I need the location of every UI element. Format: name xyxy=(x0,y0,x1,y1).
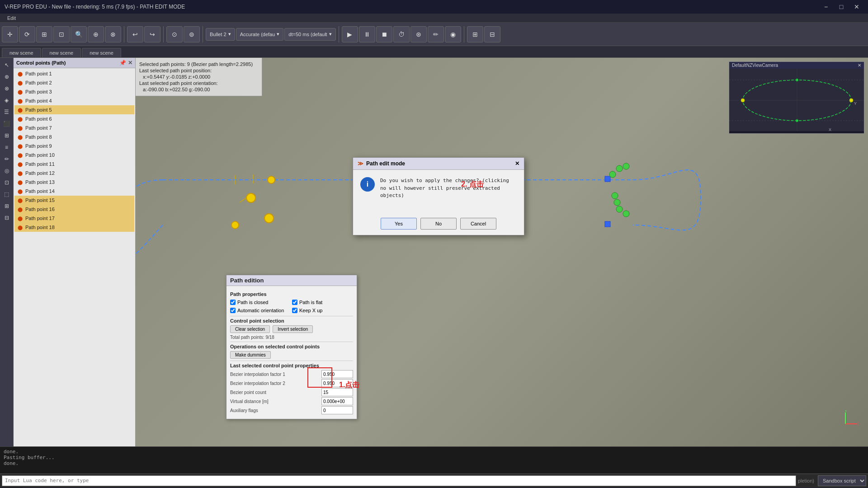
play-button[interactable]: ▶ xyxy=(342,26,358,42)
svg-point-11 xyxy=(616,206,623,212)
dialog-no-button[interactable]: No xyxy=(420,218,457,230)
toolbar-cam-button[interactable]: ⊗ xyxy=(105,26,121,42)
lt-btn2[interactable]: ⊕ xyxy=(1,71,12,82)
lt-btn6[interactable]: ⬛ xyxy=(1,118,12,129)
toolbar-nav-button[interactable]: ⊕ xyxy=(88,26,104,42)
dialog-cancel-button[interactable]: Cancel xyxy=(460,218,496,230)
sim-mode-dropdown[interactable]: Accurate (defau ▾ xyxy=(236,28,284,41)
close-button[interactable]: ✕ xyxy=(850,2,863,12)
svg-line-16 xyxy=(240,198,246,202)
tree-item-5[interactable]: ⬤Path point 5 xyxy=(14,105,134,114)
svg-point-23 xyxy=(741,99,745,102)
tree-item-11[interactable]: ⬤Path point 11 xyxy=(14,160,134,169)
tree-item-9[interactable]: ⬤Path point 9 xyxy=(14,141,134,150)
tree-item-1[interactable]: ⬤Path point 1 xyxy=(14,69,134,78)
tree-item-3[interactable]: ⬤Path point 3 xyxy=(14,87,134,96)
virtual-dist-row: Virtual distance [m] xyxy=(230,397,353,405)
tb-btn11[interactable]: ⊟ xyxy=(484,26,500,42)
tab-1[interactable]: new scene xyxy=(42,48,81,57)
operations-btn-row: Make dummies xyxy=(230,351,353,359)
toolbar-rotate-button[interactable]: ⟳ xyxy=(19,26,35,42)
menu-edit[interactable]: Edit xyxy=(4,15,19,21)
toolbar-move-button[interactable]: ✛ xyxy=(2,26,18,42)
svg-point-26 xyxy=(796,119,798,122)
titlebar: V-REP PRO EDU - New file - rendering: 5 … xyxy=(0,0,868,14)
stop-button[interactable]: ⏹ xyxy=(376,26,392,42)
tree-item-6[interactable]: ⬤Path point 6 xyxy=(14,114,134,123)
lt-btn12[interactable]: ⬚ xyxy=(1,189,12,200)
checkbox-keepx[interactable] xyxy=(292,308,297,313)
toolbar-redo-button[interactable]: ↪ xyxy=(144,26,160,42)
panel-pin-button[interactable]: 📌 xyxy=(119,60,126,66)
lt-btn14[interactable]: ⊟ xyxy=(1,212,12,223)
lt-btn8[interactable]: ≡ xyxy=(1,142,12,153)
toolbar-zoom-button[interactable]: 🔍 xyxy=(71,26,87,42)
lt-btn3[interactable]: ⊗ xyxy=(1,83,12,94)
tree-item-14[interactable]: ⬤Path point 14 xyxy=(14,187,134,196)
toolbar-copy-button[interactable]: ⊙ xyxy=(166,26,183,42)
lua-completion-hint: pletion) xyxy=(798,478,814,483)
checkbox-closed-label: Path is closed xyxy=(237,300,268,305)
tab-2[interactable]: new scene xyxy=(82,48,121,57)
lt-btn4[interactable]: ◈ xyxy=(1,95,12,106)
tb-btn10[interactable]: ⊞ xyxy=(467,26,483,42)
lua-script-dropdown[interactable]: Sandbox script xyxy=(818,475,866,486)
maximize-button[interactable]: □ xyxy=(835,2,848,12)
tree-item-18[interactable]: ⬤Path point 18 xyxy=(14,223,134,232)
status-bar: done. Pasting buffer... done. xyxy=(0,446,868,474)
checkbox-flat[interactable] xyxy=(292,300,297,305)
tree-item-13[interactable]: ⬤Path point 13 xyxy=(14,178,134,187)
viewport[interactable]: Selected path points: 9 (Bezier path len… xyxy=(136,58,868,446)
tree-item-16[interactable]: ⬤Path point 16 xyxy=(14,205,134,214)
dialog-yes-button[interactable]: Yes xyxy=(381,218,417,230)
make-dummies-button[interactable]: Make dummies xyxy=(230,351,271,359)
physics-engine-dropdown[interactable]: Bullet 2 ▾ xyxy=(206,28,235,41)
mini-camera-close[interactable]: ✕ xyxy=(858,63,861,68)
bezier1-input[interactable] xyxy=(321,370,353,378)
lt-btn11[interactable]: ⊡ xyxy=(1,177,12,188)
divider3 xyxy=(230,361,353,361)
tree-item-12[interactable]: ⬤Path point 12 xyxy=(14,169,134,178)
tree-item-17[interactable]: ⬤Path point 17 xyxy=(14,214,134,223)
tab-0[interactable]: new scene xyxy=(2,48,41,57)
dialog-content: i Do you wish to apply the changes? (cli… xyxy=(353,170,524,214)
aux-flags-input[interactable] xyxy=(321,406,353,414)
tree-item-8[interactable]: ⬤Path point 8 xyxy=(14,132,134,141)
rec-button[interactable]: ⊛ xyxy=(410,26,427,42)
realtime-button[interactable]: ⏱ xyxy=(393,26,410,42)
minimize-button[interactable]: − xyxy=(819,2,833,12)
virtual-dist-input[interactable] xyxy=(321,397,353,405)
lt-btn1[interactable]: ↖ xyxy=(1,60,12,70)
checkbox-auto[interactable] xyxy=(230,308,236,313)
lt-btn7[interactable]: ⊞ xyxy=(1,130,12,141)
toolbar-paste-button[interactable]: ⊚ xyxy=(184,26,200,42)
dt-dropdown[interactable]: dt=50 ms (default ▾ xyxy=(284,28,335,41)
lt-btn10[interactable]: ◎ xyxy=(1,165,12,176)
toolbar-scale-button[interactable]: ⊞ xyxy=(36,26,52,42)
mini-camera-name: DefaultNZViewCamera xyxy=(732,63,778,68)
toolbar-select-button[interactable]: ⊡ xyxy=(53,26,70,42)
tree-item-7[interactable]: ⬤Path point 7 xyxy=(14,123,134,132)
tb-btn8[interactable]: ✏ xyxy=(428,26,444,42)
dialog-close-button[interactable]: ✕ xyxy=(515,160,519,167)
checkbox-closed[interactable] xyxy=(230,300,236,305)
toolbar-sep1 xyxy=(124,26,124,42)
tree-item-15[interactable]: ⬤Path point 15 xyxy=(14,196,134,205)
toolbar-undo-button[interactable]: ↩ xyxy=(127,26,143,42)
pause-button[interactable]: ⏸ xyxy=(359,26,375,42)
lua-input[interactable] xyxy=(2,475,796,486)
tb-btn9[interactable]: ◉ xyxy=(445,26,461,42)
tree-item-10[interactable]: ⬤Path point 10 xyxy=(14,150,134,160)
toolbar-sep3 xyxy=(203,26,203,42)
left-panel-header: Control points (Path) 📌 ✕ xyxy=(14,58,135,68)
tree-item-4[interactable]: ⬤Path point 4 xyxy=(14,96,134,105)
lt-btn5[interactable]: ☰ xyxy=(1,107,12,117)
clear-selection-button[interactable]: Clear selection xyxy=(230,325,270,333)
invert-selection-button[interactable]: Invert selection xyxy=(273,325,313,333)
lt-btn13[interactable]: ⊞ xyxy=(1,201,12,211)
checkbox-keepx-label: Keep X up xyxy=(299,308,322,313)
tree-item-2[interactable]: ⬤Path point 2 xyxy=(14,78,134,87)
lt-btn9[interactable]: ✏ xyxy=(1,154,12,164)
panel-close-button[interactable]: ✕ xyxy=(128,60,132,66)
tabs-bar: new scene new scene new scene xyxy=(0,46,868,58)
